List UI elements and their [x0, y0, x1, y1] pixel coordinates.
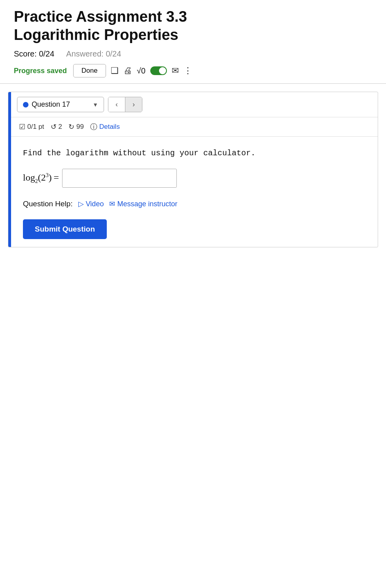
- more-options-icon[interactable]: ⋮: [184, 66, 192, 76]
- refresh-icon: ↻: [68, 122, 74, 131]
- question-header: Question 17 ▼ ‹ ›: [11, 92, 378, 117]
- chevron-down-icon: ▼: [93, 102, 98, 108]
- undo-icon: ↺: [51, 122, 57, 131]
- question-selector-label: Question 17: [32, 100, 89, 109]
- randomize-display: ↻ 99: [68, 122, 84, 131]
- video-link[interactable]: ▷ Video: [78, 200, 104, 208]
- progress-saved-label: Progress saved: [14, 67, 67, 75]
- question-selector[interactable]: Question 17 ▼: [17, 97, 104, 112]
- prev-question-button[interactable]: ‹: [108, 97, 125, 112]
- checkmark-icon: ☑: [19, 122, 25, 131]
- help-row: Question Help: ▷ Video ✉ Message instruc…: [23, 200, 366, 208]
- next-question-button[interactable]: ›: [125, 97, 142, 112]
- score-display: Score: 0/24: [14, 49, 54, 58]
- answered-display: Answered: 0/24: [66, 49, 121, 58]
- question-body: Find the logarithm without using your ca…: [11, 137, 378, 247]
- info-icon: ⓘ: [90, 122, 97, 132]
- answer-input[interactable]: [62, 169, 177, 188]
- retries-display: ↺ 2: [51, 122, 62, 131]
- mail-small-icon: ✉: [109, 200, 115, 208]
- submit-question-button[interactable]: Submit Question: [23, 219, 107, 239]
- message-instructor-link[interactable]: ✉ Message instructor: [109, 200, 177, 208]
- page-title: Practice Assignment 3.3 Logarithmic Prop…: [14, 8, 372, 44]
- question-status-dot: [23, 102, 28, 107]
- details-link[interactable]: Details: [99, 123, 120, 131]
- points-display: ☑ 0/1 pt: [19, 122, 44, 131]
- sqrt-label: √0: [137, 66, 146, 75]
- question-meta: ☑ 0/1 pt ↺ 2 ↻ 99 ⓘ Details: [11, 117, 378, 137]
- help-label: Question Help:: [23, 200, 73, 208]
- question-text: Find the logarithm without using your ca…: [23, 149, 366, 158]
- play-icon: ▷: [78, 200, 84, 208]
- math-expression-row: log2(23) =: [23, 169, 366, 188]
- math-expression: log2(23) =: [23, 172, 59, 185]
- nav-buttons: ‹ ›: [108, 97, 142, 112]
- toggle-switch[interactable]: [150, 66, 167, 75]
- print-icon[interactable]: 🖨: [123, 66, 132, 76]
- details-link-item[interactable]: ⓘ Details: [90, 122, 120, 132]
- copy-icon[interactable]: ❑: [111, 66, 119, 76]
- done-button[interactable]: Done: [73, 64, 106, 77]
- mail-icon[interactable]: ✉: [172, 66, 179, 76]
